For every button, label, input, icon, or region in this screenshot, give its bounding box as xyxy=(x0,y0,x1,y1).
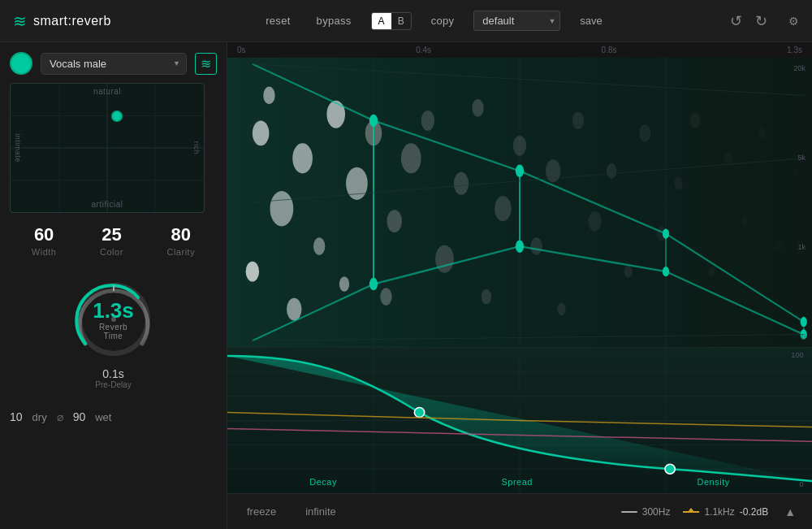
peak-freq[interactable]: 1.1kHz xyxy=(704,506,734,518)
clarity-knob: 80 Clarity xyxy=(166,224,195,257)
svg-text:100: 100 xyxy=(791,351,803,359)
voice-select[interactable]: Vocals male Vocals female Guitar Drums xyxy=(41,53,187,75)
link-icon[interactable]: ⌀ xyxy=(57,410,63,423)
app-container: ≋ smart:reverb reset bypass A B copy def… xyxy=(0,0,812,529)
redo-button[interactable]: ↻ xyxy=(750,11,772,32)
svg-point-76 xyxy=(665,464,675,474)
smart-icon[interactable]: ≋ xyxy=(195,53,217,75)
undo-button[interactable]: ↺ xyxy=(725,11,747,32)
save-button[interactable]: save xyxy=(573,11,608,30)
svg-point-75 xyxy=(414,408,424,418)
svg-point-58 xyxy=(663,229,669,239)
reverb-display: 20k 5k 1k 0 xyxy=(227,58,812,347)
dry-label: dry xyxy=(32,411,47,423)
svg-point-31 xyxy=(482,289,491,305)
top-controls: reset bypass A B copy default Vocals mal… xyxy=(159,11,709,31)
reverb-time-label: Reverb Time xyxy=(91,322,136,340)
dry-wet-row: 10 dry ⌀ 90 wet xyxy=(10,404,217,427)
preset-select[interactable]: default Vocals male Hall Large Plate xyxy=(473,11,560,31)
svg-point-47 xyxy=(742,216,749,226)
pre-delay-value[interactable]: 0.1s xyxy=(95,367,131,380)
infinite-button[interactable]: infinite xyxy=(299,502,343,521)
decay-label: Decay xyxy=(309,477,337,487)
lowcut-line-icon xyxy=(621,511,637,513)
xy-label-intimate: intimate xyxy=(14,133,22,163)
svg-point-14 xyxy=(270,191,293,226)
peak-band: 1.1kHz -0.2dB xyxy=(683,506,768,518)
main-content: Vocals male Vocals female Guitar Drums ≋ xyxy=(0,42,812,529)
svg-point-39 xyxy=(607,163,616,179)
svg-point-44 xyxy=(690,113,700,128)
reset-button[interactable]: reset xyxy=(259,11,296,30)
logo-icon: ≋ xyxy=(13,13,27,29)
svg-point-52 xyxy=(369,115,378,127)
svg-point-30 xyxy=(472,99,483,117)
svg-point-48 xyxy=(758,127,766,139)
peak-line-icon xyxy=(683,511,699,513)
svg-point-34 xyxy=(530,237,542,255)
expand-eq-button[interactable]: ▲ xyxy=(781,502,799,522)
lowcut-band: 300Hz xyxy=(621,506,671,518)
width-label: Width xyxy=(32,247,57,257)
xy-label-artificial: artificial xyxy=(92,200,123,209)
svg-point-45 xyxy=(708,267,715,276)
svg-point-40 xyxy=(624,265,633,277)
svg-point-55 xyxy=(516,165,524,177)
clarity-value[interactable]: 80 xyxy=(171,224,191,245)
preset-wrapper: default Vocals male Hall Large Plate xyxy=(473,11,560,31)
reverb-dial-text: 1.3s Reverb Time xyxy=(91,299,136,340)
lowcut-freq[interactable]: 300Hz xyxy=(642,506,671,518)
xy-pad[interactable]: natural artificial intimate rich xyxy=(10,83,205,213)
color-value[interactable]: 25 xyxy=(102,224,121,245)
svg-point-13 xyxy=(253,120,270,145)
svg-point-28 xyxy=(435,245,454,273)
copy-button[interactable]: copy xyxy=(425,11,461,30)
peak-gain[interactable]: -0.2dB xyxy=(740,506,768,518)
spread-label: Spread xyxy=(502,477,533,487)
svg-point-41 xyxy=(639,124,650,142)
undo-redo-group: ↺ ↻ xyxy=(725,11,772,32)
reverb-section: 1.3s Reverb Time 0.1s Pre-Delay xyxy=(10,268,217,396)
wet-value[interactable]: 90 xyxy=(73,410,86,423)
svg-point-36 xyxy=(557,303,565,315)
svg-point-26 xyxy=(380,288,391,306)
logo-area: ≋ smart:reverb xyxy=(13,13,143,29)
time-label-1: 0.4s xyxy=(416,46,431,54)
left-panel: Vocals male Vocals female Guitar Drums ≋ xyxy=(0,42,227,529)
xy-pad-container: natural artificial intimate rich xyxy=(10,83,217,213)
svg-point-50 xyxy=(793,167,797,175)
freeze-button[interactable]: freeze xyxy=(240,502,283,521)
pre-delay-section: 0.1s Pre-Delay xyxy=(95,367,131,389)
color-label: Color xyxy=(100,247,123,257)
svg-point-16 xyxy=(292,143,313,173)
xy-handle[interactable] xyxy=(111,111,123,122)
voice-select-wrapper: Vocals male Vocals female Guitar Drums xyxy=(41,53,187,75)
svg-point-32 xyxy=(495,196,512,221)
bypass-button[interactable]: bypass xyxy=(310,11,358,30)
svg-point-56 xyxy=(516,240,524,252)
top-bar: ≋ smart:reverb reset bypass A B copy def… xyxy=(0,0,812,42)
reverb-time-value: 1.3s xyxy=(91,299,136,323)
settings-button[interactable]: ⚙ xyxy=(788,15,799,28)
eq-section: 100 0 Decay Spread Density xyxy=(227,347,812,493)
svg-point-19 xyxy=(326,101,345,128)
ab-a-button[interactable]: A xyxy=(372,13,391,29)
width-value[interactable]: 60 xyxy=(34,224,54,245)
svg-point-24 xyxy=(387,210,402,232)
svg-point-59 xyxy=(663,267,669,276)
color-knob: 25 Color xyxy=(100,224,123,257)
svg-point-27 xyxy=(421,111,434,131)
svg-point-61 xyxy=(801,317,807,327)
svg-point-53 xyxy=(369,278,378,290)
knobs-row: 60 Width 25 Color 80 Clarity xyxy=(10,221,217,260)
clarity-label: Clarity xyxy=(166,247,195,257)
voice-indicator xyxy=(10,52,32,75)
reverb-dial-wrapper[interactable]: 1.3s Reverb Time xyxy=(69,275,158,364)
svg-point-38 xyxy=(588,211,601,232)
dry-value[interactable]: 10 xyxy=(10,410,23,423)
svg-point-46 xyxy=(724,152,732,164)
ab-b-button[interactable]: B xyxy=(391,13,411,29)
density-label: Density xyxy=(698,477,730,487)
svg-point-25 xyxy=(401,143,421,173)
eq-labels-bottom: Decay Spread Density xyxy=(227,477,812,487)
